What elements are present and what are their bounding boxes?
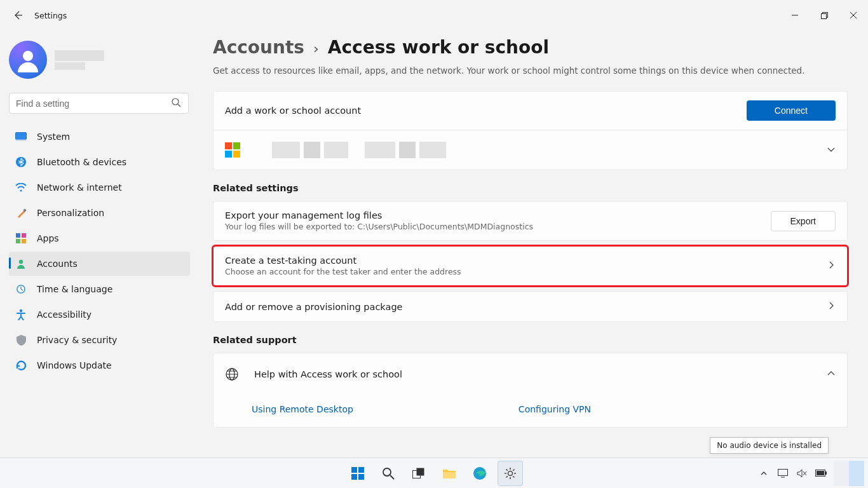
battery-icon — [815, 470, 827, 477]
tray-overflow[interactable] — [757, 467, 770, 480]
account-info-redacted — [272, 142, 446, 158]
settings-app[interactable] — [498, 461, 523, 486]
apps-icon — [15, 233, 27, 244]
chevron-right-icon — [827, 301, 836, 313]
svg-rect-8 — [16, 233, 20, 238]
svg-rect-30 — [825, 471, 827, 475]
chevron-down-icon — [827, 144, 836, 156]
breadcrumb-accounts[interactable]: Accounts — [213, 37, 304, 58]
sidebar: System Bluetooth & devices Network & int… — [0, 30, 199, 458]
language-block[interactable] — [834, 461, 864, 486]
minimize-button[interactable] — [780, 5, 810, 25]
accessibility-icon — [15, 309, 27, 320]
close-icon — [850, 12, 857, 18]
lang-2 — [849, 461, 864, 486]
provisioning-row[interactable]: Add or remove a provisioning package — [213, 291, 848, 322]
breadcrumb-sep: › — [313, 41, 319, 57]
taskview-icon — [412, 468, 425, 479]
tray-monitor[interactable] — [776, 467, 789, 480]
taskbar-center — [345, 461, 523, 486]
titlebar: Settings — [0, 0, 868, 30]
main-content: Accounts › Access work or school Get acc… — [199, 30, 868, 458]
nav-network[interactable]: Network & internet — [9, 175, 190, 200]
svg-rect-31 — [817, 471, 824, 475]
globe-icon — [225, 367, 239, 381]
connect-button[interactable]: Connect — [747, 100, 836, 121]
support-card: Help with Access work or school Using Re… — [213, 353, 848, 428]
nav-label: Privacy & security — [37, 335, 117, 345]
back-button[interactable] — [8, 5, 28, 25]
nav-label: Personalization — [37, 208, 104, 218]
provisioning-text: Add or remove a provisioning package — [225, 302, 403, 312]
nav-time[interactable]: Time & language — [9, 277, 190, 301]
windows-icon — [351, 466, 365, 480]
svg-point-27 — [508, 471, 513, 475]
provisioning-title: Add or remove a provisioning package — [225, 302, 403, 312]
nav-accessibility[interactable]: Accessibility — [9, 302, 190, 327]
arrow-left-icon — [13, 10, 23, 20]
svg-point-6 — [20, 189, 22, 191]
nav-label: Windows Update — [37, 360, 112, 370]
nav-privacy[interactable]: Privacy & security — [9, 328, 190, 352]
app-body: System Bluetooth & devices Network & int… — [0, 30, 868, 458]
svg-point-22 — [383, 468, 391, 476]
tray-audio[interactable] — [796, 467, 808, 480]
nav-label: Accessibility — [37, 309, 92, 320]
wifi-icon — [15, 182, 27, 193]
lang-1 — [834, 461, 849, 486]
test-account-text: Create a test-taking account Choose an a… — [225, 255, 461, 276]
update-icon — [15, 360, 27, 371]
export-logs-sub: Your log files will be exported to: C:\U… — [225, 222, 533, 231]
breadcrumb: Accounts › Access work or school — [213, 37, 848, 58]
taskbar-search[interactable] — [376, 461, 401, 486]
search-input[interactable] — [9, 93, 189, 114]
minimize-icon — [792, 12, 798, 18]
task-view[interactable] — [406, 461, 431, 486]
nav: System Bluetooth & devices Network & int… — [9, 124, 190, 378]
system-icon — [15, 131, 27, 142]
export-logs-row: Export your management log files Your lo… — [213, 201, 848, 241]
connected-account-row[interactable] — [214, 130, 847, 170]
window-title: Settings — [34, 11, 67, 20]
nav-personalization[interactable]: Personalization — [9, 201, 190, 225]
microsoft-logo-icon — [225, 142, 240, 158]
export-logs-title: Export your management log files — [225, 210, 533, 220]
file-explorer[interactable] — [437, 461, 462, 486]
nav-apps[interactable]: Apps — [9, 226, 190, 250]
maximize-button[interactable] — [810, 5, 839, 25]
svg-rect-9 — [22, 233, 26, 238]
svg-point-1 — [23, 51, 33, 61]
svg-rect-11 — [22, 239, 26, 243]
bluetooth-icon — [15, 156, 27, 168]
related-settings-heading: Related settings — [213, 183, 848, 193]
support-links: Using Remote Desktop Configuring VPN — [214, 395, 847, 427]
edge-browser[interactable] — [467, 461, 492, 486]
nav-label: Network & internet — [37, 182, 122, 193]
test-account-sub: Choose an account for the test taker and… — [225, 267, 461, 276]
profile-block[interactable] — [9, 41, 190, 79]
help-row[interactable]: Help with Access work or school — [214, 353, 847, 395]
close-button[interactable] — [839, 5, 868, 25]
maximize-icon — [821, 12, 828, 19]
link-configuring-vpn[interactable]: Configuring VPN — [519, 404, 591, 414]
svg-point-2 — [172, 98, 179, 105]
search-icon — [172, 98, 181, 107]
start-button[interactable] — [345, 461, 370, 486]
nav-label: Accounts — [37, 259, 78, 269]
nav-update[interactable]: Windows Update — [9, 353, 190, 377]
page-subtitle: Get access to resources like email, apps… — [213, 65, 848, 76]
clock-icon — [15, 283, 27, 295]
nav-accounts[interactable]: Accounts — [9, 252, 190, 276]
nav-system[interactable]: System — [9, 125, 190, 149]
svg-rect-20 — [351, 474, 357, 480]
test-account-row[interactable]: Create a test-taking account Choose an a… — [213, 246, 848, 286]
chevron-up-icon — [827, 369, 836, 381]
export-button[interactable]: Export — [771, 211, 836, 231]
tray-battery[interactable] — [815, 467, 827, 480]
avatar-icon — [15, 47, 41, 72]
svg-rect-21 — [358, 474, 364, 480]
link-remote-desktop[interactable]: Using Remote Desktop — [252, 404, 353, 414]
titlebar-left: Settings — [8, 5, 67, 25]
taskbar — [0, 458, 868, 488]
nav-bluetooth[interactable]: Bluetooth & devices — [9, 150, 190, 174]
